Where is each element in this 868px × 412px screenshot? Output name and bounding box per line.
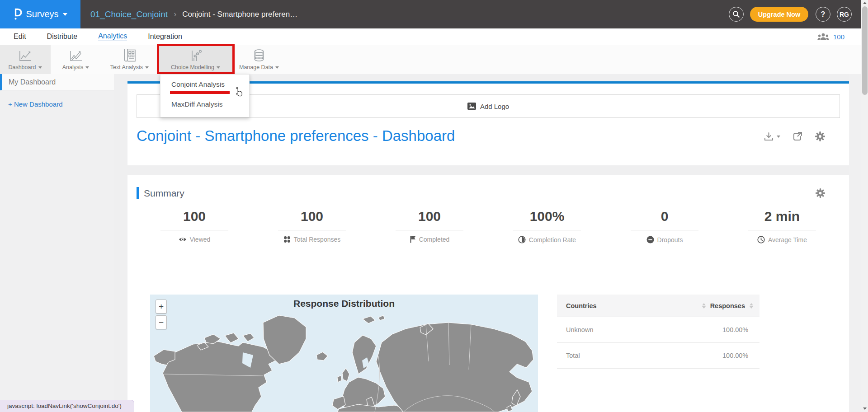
- summary-stats: 100 Viewed 100 Total Responses 100 Compl…: [136, 209, 841, 243]
- scroll-up-arrow[interactable]: [863, 2, 867, 4]
- status-link-tooltip: javascript: loadNavLink('showConjoint.do…: [0, 400, 134, 412]
- column-header-responses[interactable]: Responses: [710, 302, 745, 309]
- chevron-down-icon: [217, 66, 220, 69]
- toolbar-item-analysis[interactable]: Analysis: [51, 45, 101, 74]
- sidebar-item-my-dashboard[interactable]: My Dashboard: [0, 74, 114, 90]
- help-button[interactable]: ?: [816, 7, 830, 22]
- scatter-chart-icon: [189, 48, 203, 62]
- download-icon: [764, 132, 774, 141]
- stat-value: 100: [371, 209, 488, 224]
- map-title: Response Distribution: [150, 298, 538, 309]
- chevron-down-icon: [38, 66, 42, 69]
- stat-total-responses: 100 Total Responses: [253, 209, 371, 243]
- gear-icon: [815, 131, 826, 142]
- toolbar-item-dashboard[interactable]: Dashboard: [0, 45, 51, 74]
- stat-label: Dropouts: [657, 236, 683, 243]
- download-button[interactable]: [764, 132, 780, 141]
- section-accent-bar: [137, 187, 139, 199]
- stat-value: 2 min: [723, 209, 841, 224]
- table-row: Unknown 100.00%: [557, 317, 760, 343]
- avatar[interactable]: RG: [837, 7, 852, 22]
- gear-icon: [815, 188, 826, 198]
- stat-value: 0: [606, 209, 723, 224]
- stat-label: Average Time: [768, 236, 807, 243]
- countries-table: Countries Responses Unknown 100.00% Tota…: [557, 295, 760, 369]
- sort-icon[interactable]: [750, 303, 753, 309]
- toolbar-item-choice-modelling[interactable]: Choice Modelling: [158, 45, 233, 74]
- newspaper-icon: [123, 48, 136, 62]
- new-dashboard-button[interactable]: + New Dashboard: [8, 100, 62, 108]
- breadcrumb-folder-link[interactable]: 01_Choice_Conjoint: [90, 9, 168, 19]
- search-icon: [732, 10, 740, 18]
- minus-circle-icon: [646, 236, 654, 243]
- chevron-down-icon: [85, 66, 89, 69]
- nav-tab-distribute[interactable]: Distribute: [47, 33, 78, 41]
- divider: [748, 230, 816, 230]
- stat-completion-rate: 100% Completion Rate: [488, 209, 606, 243]
- divider: [631, 230, 698, 230]
- responses-cell: 100.00%: [722, 352, 748, 359]
- share-icon: [792, 131, 803, 142]
- title-actions: [764, 131, 826, 142]
- chevron-down-icon: [777, 136, 780, 138]
- breadcrumb: 01_Choice_Conjoint › Conjoint - Smartpho…: [90, 0, 297, 28]
- stat-value: 100: [136, 209, 253, 224]
- table-header: Countries Responses: [557, 295, 760, 317]
- toolbar-item-label: Dashboard: [8, 64, 36, 70]
- line-chart-icon: [18, 48, 33, 62]
- stat-label: Completed: [419, 236, 450, 243]
- dashboard-settings-button[interactable]: [815, 131, 826, 142]
- upgrade-button[interactable]: Upgrade Now: [750, 7, 808, 22]
- nav-bar: Edit Distribute Analytics Integration 10…: [0, 28, 868, 45]
- menu-item-conjoint-analysis[interactable]: Conjoint Analysis: [171, 80, 225, 89]
- stat-label: Completion Rate: [529, 236, 576, 243]
- eye-icon: [179, 237, 187, 242]
- flag-icon: [410, 236, 416, 243]
- scroll-down-arrow[interactable]: [863, 407, 867, 410]
- analytics-toolbar: Dashboard Analysis: [0, 45, 868, 74]
- top-bar: Surveys 01_Choice_Conjoint › Conjoint - …: [0, 0, 868, 28]
- scrollbar[interactable]: [861, 0, 868, 412]
- nav-tab-analytics[interactable]: Analytics: [98, 32, 127, 41]
- page-title: Conjoint - Smartphone preferences - Dash…: [137, 127, 455, 145]
- share-button[interactable]: [792, 131, 803, 142]
- sort-icon[interactable]: [702, 303, 706, 309]
- menu-item-maxdiff-analysis[interactable]: MaxDiff Analysis: [171, 100, 222, 108]
- column-header-countries[interactable]: Countries: [566, 302, 597, 309]
- stat-average-time: 2 min Average Time: [723, 209, 841, 243]
- divider: [160, 230, 228, 230]
- toolbar-item-text-analysis[interactable]: Text Analysis: [101, 45, 158, 74]
- toolbar-item-label: Text Analysis: [110, 64, 143, 70]
- breadcrumb-separator: ›: [174, 9, 176, 19]
- database-icon: [252, 48, 266, 62]
- stat-completed: 100 Completed: [371, 209, 488, 243]
- dots-icon: [283, 236, 291, 243]
- breadcrumb-page: Conjoint - Smartphone preferen…: [182, 10, 297, 19]
- multi-line-chart-icon: [68, 48, 83, 62]
- nav-tab-integration[interactable]: Integration: [148, 33, 182, 41]
- chevron-down-icon: [145, 66, 149, 69]
- stat-label: Viewed: [190, 236, 211, 243]
- responses-cell: 100.00%: [722, 326, 748, 333]
- annotation-underline: [170, 91, 230, 94]
- country-cell: Unknown: [566, 326, 593, 333]
- toolbar-item-label: Analysis: [62, 64, 84, 70]
- country-cell: Total: [566, 352, 580, 359]
- response-distribution-map[interactable]: Response Distribution + −: [150, 295, 538, 412]
- dashboard-sidebar: My Dashboard + New Dashboard: [0, 74, 114, 412]
- respondent-count-link[interactable]: 100: [833, 33, 844, 41]
- panel-divider: [114, 165, 861, 175]
- nav-tab-edit[interactable]: Edit: [14, 33, 26, 41]
- stat-value: 100: [253, 209, 371, 224]
- clock-icon: [757, 236, 765, 243]
- toolbar-item-manage-data[interactable]: Manage Data: [233, 45, 285, 74]
- divider: [513, 230, 581, 230]
- product-switcher[interactable]: Surveys: [0, 0, 80, 28]
- summary-settings-button[interactable]: [815, 188, 826, 198]
- chevron-down-icon: [275, 66, 279, 69]
- people-icon: [817, 33, 829, 41]
- search-button[interactable]: [729, 7, 744, 22]
- image-icon: [467, 103, 476, 110]
- scrollbar-thumb[interactable]: [862, 6, 868, 95]
- chevron-down-icon: [63, 13, 67, 16]
